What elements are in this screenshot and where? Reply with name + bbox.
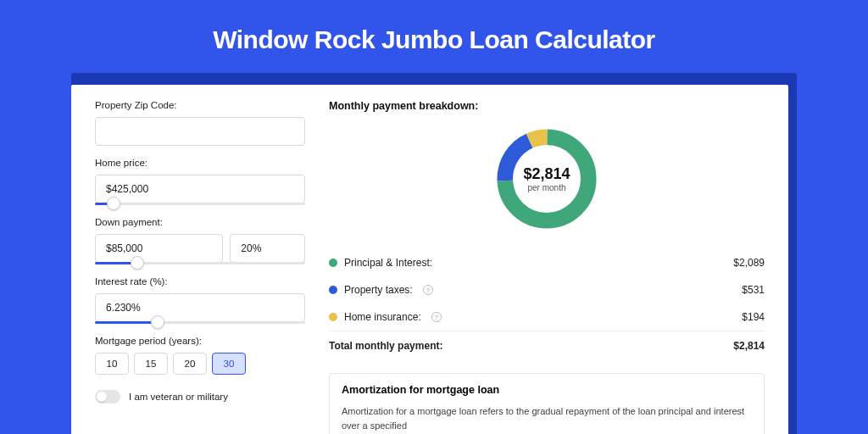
down-payment-percent-input[interactable] xyxy=(230,234,305,263)
period-option-30[interactable]: 30 xyxy=(212,353,246,375)
total-label: Total monthly payment: xyxy=(329,340,442,352)
down-payment-slider[interactable] xyxy=(95,262,305,264)
mortgage-period-field: Mortgage period (years): 10 15 20 30 xyxy=(95,336,305,375)
zip-input[interactable] xyxy=(95,117,305,146)
dot-icon xyxy=(329,259,337,267)
breakdown-value: $531 xyxy=(742,284,765,296)
donut-chart: $2,814 per month xyxy=(492,124,602,234)
breakdown-row-taxes: Property taxes: ? $531 xyxy=(329,276,765,303)
results-column: Monthly payment breakdown: $2,814 per mo… xyxy=(329,100,765,434)
amortization-text: Amortization for a mortgage loan refers … xyxy=(342,404,752,432)
calculator-card: Property Zip Code: Home price: Down paym… xyxy=(71,85,788,434)
info-icon[interactable]: ? xyxy=(423,285,433,295)
interest-rate-field: Interest rate (%): xyxy=(95,276,305,324)
period-options: 10 15 20 30 xyxy=(95,353,305,375)
toggle-knob xyxy=(97,392,107,402)
zip-field: Property Zip Code: xyxy=(95,100,305,146)
total-value: $2,814 xyxy=(733,340,765,352)
amortization-card: Amortization for mortgage loan Amortizat… xyxy=(329,373,765,434)
breakdown-row-principal: Principal & Interest: $2,089 xyxy=(329,249,765,276)
veteran-row: I am veteran or military xyxy=(95,390,305,403)
breakdown-value: $2,089 xyxy=(733,257,765,269)
down-payment-label: Down payment: xyxy=(95,217,305,227)
page-title: Window Rock Jumbo Loan Calculator xyxy=(0,0,868,73)
amortization-title: Amortization for mortgage loan xyxy=(342,384,752,396)
donut-amount: $2,814 xyxy=(523,165,570,183)
period-option-20[interactable]: 20 xyxy=(173,353,207,375)
form-column: Property Zip Code: Home price: Down paym… xyxy=(95,100,305,434)
breakdown-value: $194 xyxy=(742,311,765,323)
breakdown-label: Principal & Interest: xyxy=(344,257,432,269)
donut-chart-wrap: $2,814 per month xyxy=(329,124,765,234)
mortgage-period-label: Mortgage period (years): xyxy=(95,336,305,346)
slider-thumb[interactable] xyxy=(131,256,144,270)
veteran-label: I am veteran or military xyxy=(129,392,228,402)
dot-icon xyxy=(329,313,337,321)
down-payment-amount-input[interactable] xyxy=(95,234,223,263)
slider-thumb[interactable] xyxy=(107,197,120,210)
veteran-toggle[interactable] xyxy=(95,390,120,403)
donut-center: $2,814 per month xyxy=(492,124,602,234)
interest-rate-slider[interactable] xyxy=(95,321,305,324)
home-price-input[interactable] xyxy=(95,175,305,203)
home-price-field: Home price: xyxy=(95,158,305,205)
breakdown-title: Monthly payment breakdown: xyxy=(329,100,765,112)
down-payment-field: Down payment: xyxy=(95,217,305,264)
interest-rate-label: Interest rate (%): xyxy=(95,276,305,287)
breakdown-label: Home insurance: xyxy=(344,311,421,323)
home-price-slider[interactable] xyxy=(95,203,305,205)
info-icon[interactable]: ? xyxy=(431,312,442,322)
dot-icon xyxy=(329,286,337,294)
donut-sub: per month xyxy=(527,183,565,192)
zip-label: Property Zip Code: xyxy=(95,100,305,110)
card-shadow: Property Zip Code: Home price: Down paym… xyxy=(71,73,797,434)
home-price-label: Home price: xyxy=(95,158,305,168)
breakdown-row-total: Total monthly payment: $2,814 xyxy=(329,331,765,359)
breakdown-row-insurance: Home insurance: ? $194 xyxy=(329,303,765,331)
breakdown-label: Property taxes: xyxy=(344,284,413,296)
period-option-10[interactable]: 10 xyxy=(95,353,129,375)
slider-thumb[interactable] xyxy=(151,315,164,329)
period-option-15[interactable]: 15 xyxy=(134,353,168,375)
interest-rate-input[interactable] xyxy=(95,293,305,322)
